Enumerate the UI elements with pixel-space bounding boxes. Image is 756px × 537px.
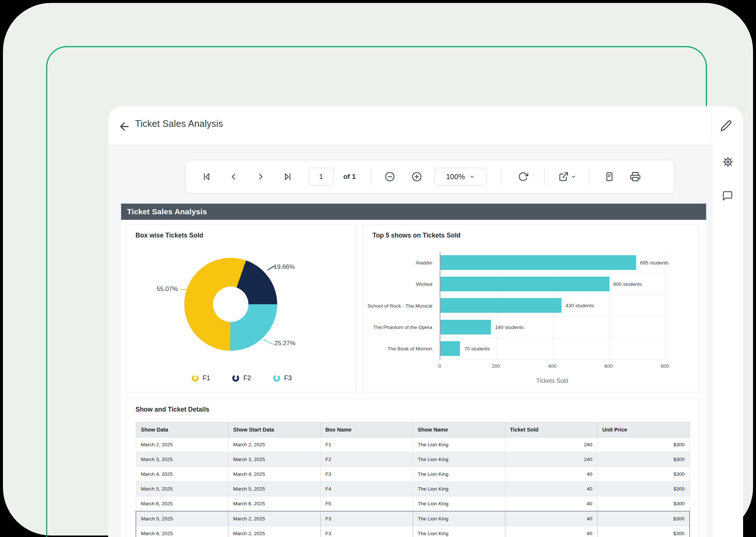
table-row[interactable]: March 5, 2025March 5, 2025F4The Lion Kin… [136, 482, 690, 496]
table-row[interactable]: March 2, 2025March 2, 2025F1The Lion Kin… [136, 437, 690, 452]
document-view-button[interactable] [604, 171, 615, 182]
legend-item-f1[interactable]: F1 [191, 374, 210, 382]
toolbar-divider [590, 168, 590, 185]
table-title: Show and Ticket Details [135, 406, 209, 413]
side-icon-strip [712, 145, 743, 537]
chevron-down-icon [571, 174, 576, 180]
pie-legend: F1 F2 F3 [126, 374, 356, 382]
next-page-button[interactable] [255, 171, 266, 182]
table-cell: March 2, 2025 [228, 511, 320, 526]
table-row[interactable]: March 3, 2025March 3, 2025F2The Lion Kin… [136, 452, 690, 467]
table-cell: March 3, 2025 [228, 452, 320, 467]
legend-item-f3[interactable]: F3 [272, 374, 292, 382]
table-cell: 40 [505, 511, 597, 526]
table-cell: The Lion King [413, 482, 505, 496]
table-cell: The Lion King [413, 437, 505, 452]
refresh-button[interactable] [518, 171, 529, 182]
zoom-in-button[interactable] [411, 171, 422, 182]
page-number-input[interactable] [309, 168, 334, 186]
edit-button[interactable] [720, 120, 732, 132]
comment-bubble-icon [722, 190, 733, 201]
table-cell: March 3, 2025 [136, 452, 228, 467]
table-row[interactable]: March 5, 2025March 2, 2025F3The Lion Kin… [136, 511, 690, 526]
export-button[interactable] [559, 172, 576, 182]
refresh-icon [518, 172, 528, 182]
bar-row: 180 students [440, 316, 666, 338]
zoom-level-dropdown[interactable]: 100% [434, 168, 487, 186]
pie-chart-title: Box wise Tickets Sold [135, 232, 203, 239]
legend-label: F2 [243, 374, 251, 382]
table-cell: March 5, 2025 [136, 511, 228, 526]
table-cell: 240 [505, 437, 597, 452]
table-row[interactable]: March 6, 2025March 6, 2025F5The Lion Kin… [136, 496, 690, 512]
screenshot-root: { "app": { "accent_green": "#0ca96c", "h… [0, 0, 756, 537]
legend-item-f2[interactable]: F2 [231, 374, 251, 382]
back-arrow-icon [118, 120, 131, 133]
toolbar-divider [371, 168, 371, 185]
bar-2[interactable] [440, 277, 609, 291]
export-icon [559, 172, 569, 182]
table-cell: 240 [505, 452, 597, 467]
previous-page-button[interactable] [228, 171, 239, 182]
bar-3[interactable] [440, 298, 561, 313]
report-banner: Ticket Sales Analysis [121, 204, 706, 220]
table-cell: 40 [505, 467, 597, 482]
table-row[interactable]: March 4, 2025March 4, 2025F3The Lion Kin… [136, 467, 690, 482]
bar-plot-area: 695 students600 students430 students180 … [440, 252, 666, 360]
bar-category-label: School of Rock - The Musical [363, 295, 436, 316]
table-cell: The Lion King [413, 467, 505, 482]
table-cell: $300 [597, 496, 690, 512]
table-header: Show DataShow Start DataBox NameShow Nam… [136, 422, 690, 437]
print-button[interactable] [630, 171, 641, 182]
table-cell: March 6, 2025 [136, 496, 228, 512]
table-cell: March 2, 2025 [228, 526, 320, 537]
bar-row: 70 students [440, 338, 666, 360]
table-cell: $300 [597, 526, 690, 537]
last-page-button[interactable] [282, 171, 293, 182]
zoom-out-icon [384, 171, 395, 182]
settings-button[interactable] [722, 156, 734, 168]
next-page-icon [256, 172, 265, 181]
table-cell: F3 [320, 511, 413, 526]
column-header: Show Name [413, 422, 505, 437]
toolbar-divider [544, 168, 544, 185]
bar-x-axis: 0200400600800 [440, 363, 665, 371]
header-divider [712, 112, 712, 139]
first-page-icon [202, 172, 212, 182]
table-cell: F3 [320, 467, 413, 482]
table-cell: F3 [320, 526, 413, 537]
pie-chart-panel: Box wise Tickets Sold 55.07% 19.66% 25.2… [126, 225, 357, 392]
table-cell: The Lion King [413, 526, 505, 537]
bar-chart-title: Top 5 shows on Tickets Sold [372, 232, 461, 239]
comment-button[interactable] [722, 190, 734, 202]
slice-label-f3: 25.27% [274, 340, 296, 347]
bar-row: 695 students [440, 252, 666, 273]
table-cell: $300 [597, 511, 690, 526]
first-page-button[interactable] [201, 171, 212, 182]
table-cell: F5 [320, 496, 413, 512]
zoom-out-button[interactable] [384, 171, 395, 182]
column-header: Unit Price [597, 422, 690, 437]
page-count-label: of 1 [343, 173, 356, 181]
table-body: March 2, 2025March 2, 2025F1The Lion Kin… [136, 437, 690, 537]
table-cell: 40 [505, 526, 597, 537]
zoom-in-icon [411, 171, 422, 182]
legend-label: F1 [203, 374, 210, 382]
bar-category-label: Wicked [363, 273, 436, 295]
report-window: Ticket Sales Analysis [108, 106, 743, 537]
accent-frame: Ticket Sales Analysis [46, 46, 707, 537]
zoom-level-value: 100% [446, 173, 465, 181]
bar-category-label: The Book of Momon [363, 338, 436, 360]
report-viewer: of 1 100% [108, 145, 712, 537]
bar-5[interactable] [440, 341, 460, 356]
previous-page-icon [229, 172, 238, 181]
back-button[interactable] [118, 120, 131, 133]
page-title: Ticket Sales Analysis [135, 118, 223, 129]
bar-4[interactable] [440, 320, 491, 335]
table-cell: March 4, 2025 [136, 467, 228, 482]
donut-hole [213, 287, 248, 322]
bar-1[interactable] [440, 255, 636, 270]
legend-ring-icon [272, 374, 281, 382]
table-row[interactable]: March 6, 2025March 2, 2025F3The Lion Kin… [136, 526, 690, 537]
table-cell: 40 [505, 482, 597, 496]
